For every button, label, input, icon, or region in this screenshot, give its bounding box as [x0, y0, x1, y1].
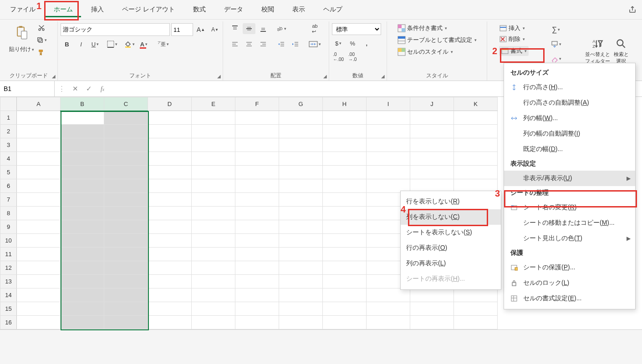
cell-K16[interactable] [454, 316, 498, 329]
cell-C15[interactable] [104, 302, 148, 316]
cell-G3[interactable] [279, 138, 323, 152]
cell-E14[interactable] [192, 288, 235, 302]
row-header-4[interactable]: 4 [0, 152, 17, 166]
cell-G5[interactable] [279, 166, 323, 179]
cell-D12[interactable] [148, 261, 192, 275]
comma-button[interactable]: , [360, 38, 373, 49]
menu-move-copy-sheet[interactable]: シートの移動またはコピー(M)... [504, 215, 635, 231]
format-as-table-button[interactable]: テーブルとして書式設定▾ [397, 36, 477, 44]
cell-A12[interactable] [17, 261, 61, 275]
cell-styles-button[interactable]: セルのスタイル▾ [397, 48, 453, 56]
copy-button[interactable]: ▾ [35, 35, 48, 46]
increase-indent-button[interactable] [289, 39, 302, 50]
cell-I3[interactable] [367, 138, 410, 152]
column-header-B[interactable]: B [61, 97, 104, 111]
cell-A1[interactable] [17, 111, 61, 125]
font-size-combo[interactable] [171, 23, 193, 36]
cell-D16[interactable] [148, 316, 192, 329]
cell-F3[interactable] [235, 138, 279, 152]
cell-G4[interactable] [279, 152, 323, 166]
phonetic-guide-button[interactable]: ア亜▾ [157, 39, 170, 50]
menu-unhide-cols[interactable]: 列の再表示(L) [401, 256, 501, 271]
cell-J2[interactable] [410, 125, 454, 138]
cell-I16[interactable] [367, 316, 410, 329]
border-button[interactable]: ▾ [106, 39, 119, 50]
cell-D7[interactable] [148, 193, 192, 207]
cell-H3[interactable] [323, 138, 367, 152]
number-format-combo[interactable]: 標準 [332, 23, 381, 35]
cell-A15[interactable] [17, 302, 61, 316]
cell-D13[interactable] [148, 275, 192, 288]
tab-review[interactable]: 校閲 [253, 2, 282, 17]
cell-B16[interactable] [61, 316, 104, 329]
increase-decimal-button[interactable]: .0←.00 [332, 51, 345, 62]
row-header-1[interactable]: 1 [0, 111, 17, 125]
cell-C10[interactable] [104, 234, 148, 248]
cell-D2[interactable] [148, 125, 192, 138]
cell-E16[interactable] [192, 316, 235, 329]
align-top-button[interactable] [229, 23, 241, 34]
cell-F1[interactable] [235, 111, 279, 125]
cell-B1[interactable] [61, 111, 104, 125]
alignment-dialog-launcher[interactable]: ◢ [323, 74, 327, 79]
cell-G16[interactable] [279, 316, 323, 329]
row-header-7[interactable]: 7 [0, 193, 17, 207]
cell-K3[interactable] [454, 138, 498, 152]
cell-G11[interactable] [279, 248, 323, 261]
cell-A2[interactable] [17, 125, 61, 138]
fx-button[interactable]: fx [96, 85, 109, 93]
menu-hide-unhide[interactable]: 非表示/再表示(U) ▶ [504, 171, 635, 186]
cell-B10[interactable] [61, 234, 104, 248]
cell-B8[interactable] [61, 207, 104, 220]
cell-I14[interactable] [367, 288, 410, 302]
cell-C1[interactable] [104, 111, 148, 125]
menu-tab-color[interactable]: シート見出しの色(T) ▶ [504, 231, 635, 246]
cell-A4[interactable] [17, 152, 61, 166]
cell-I15[interactable] [367, 302, 410, 316]
tab-file[interactable]: ファイル [2, 2, 44, 17]
align-bottom-button[interactable] [257, 23, 270, 34]
menu-hide-sheet[interactable]: シートを表示しない(S) [401, 225, 501, 240]
cell-G8[interactable] [279, 207, 323, 220]
cell-F2[interactable] [235, 125, 279, 138]
row-header-15[interactable]: 15 [0, 302, 17, 316]
column-header-F[interactable]: F [235, 97, 279, 111]
cell-A14[interactable] [17, 288, 61, 302]
cell-C2[interactable] [104, 125, 148, 138]
cells-insert-button[interactable]: 挿入▾ [499, 24, 525, 32]
cell-F15[interactable] [235, 302, 279, 316]
row-header-11[interactable]: 11 [0, 248, 17, 261]
menu-hide-columns[interactable]: 列を表示しない(C) [401, 209, 501, 225]
cell-J5[interactable] [410, 166, 454, 179]
align-left-button[interactable] [229, 39, 241, 50]
row-header-2[interactable]: 2 [0, 125, 17, 138]
cell-A11[interactable] [17, 248, 61, 261]
share-icon[interactable] [625, 3, 640, 16]
row-header-5[interactable]: 5 [0, 166, 17, 179]
menu-autofit-col[interactable]: 列の幅の自動調整(I) [504, 126, 635, 142]
accept-formula-button[interactable]: ✓ [82, 85, 96, 93]
row-header-10[interactable]: 10 [0, 234, 17, 248]
cell-D8[interactable] [148, 207, 192, 220]
cell-E12[interactable] [192, 261, 235, 275]
cell-H13[interactable] [323, 275, 367, 288]
tab-data[interactable]: データ [216, 2, 251, 17]
cell-C7[interactable] [104, 193, 148, 207]
cell-E2[interactable] [192, 125, 235, 138]
tab-insert[interactable]: 挿入 [83, 2, 112, 17]
cell-D6[interactable] [148, 179, 192, 193]
cell-K4[interactable] [454, 152, 498, 166]
cell-H2[interactable] [323, 125, 367, 138]
cell-D3[interactable] [148, 138, 192, 152]
cell-J14[interactable] [410, 288, 454, 302]
cell-D5[interactable] [148, 166, 192, 179]
menu-unhide-rows[interactable]: 行の再表示(O) [401, 240, 501, 256]
cell-C14[interactable] [104, 288, 148, 302]
cell-B12[interactable] [61, 261, 104, 275]
cell-C8[interactable] [104, 207, 148, 220]
clipboard-dialog-launcher[interactable]: ◢ [52, 74, 56, 79]
cell-C9[interactable] [104, 220, 148, 234]
percent-button[interactable]: % [346, 38, 359, 49]
cell-A6[interactable] [17, 179, 61, 193]
column-header-G[interactable]: G [279, 97, 323, 111]
